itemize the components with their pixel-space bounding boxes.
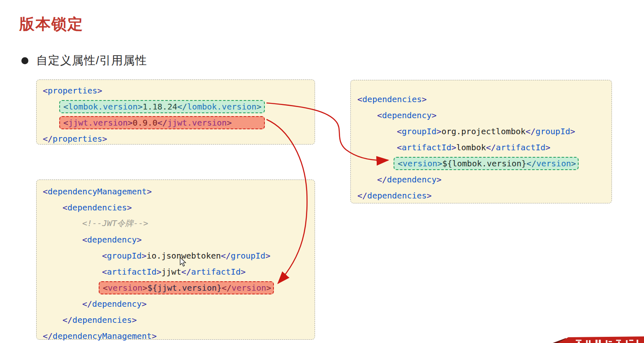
code-segment: > — [266, 283, 271, 293]
code-line: </dependencyManagement> — [43, 328, 315, 343]
code-segment: < — [43, 187, 48, 196]
code-segment: lombok.version — [68, 102, 138, 112]
code-segment: groupId — [231, 251, 265, 261]
code-segment: < — [63, 118, 68, 128]
code-segment: > — [132, 315, 137, 325]
code-segment: groupId — [535, 126, 570, 136]
code-segment: lombok — [456, 142, 486, 152]
code-segment: org.projectlombok — [441, 126, 526, 136]
code-segment: dependency — [87, 235, 137, 245]
bullet-text: 自定义属性/引用属性 — [36, 53, 147, 68]
code-segment: > — [156, 267, 161, 277]
code-segment: < — [43, 86, 48, 96]
code-line: <properties> — [43, 82, 315, 98]
dependency-management-block: <dependencyManagement><dependencies><!--… — [36, 180, 315, 340]
code-segment: < — [63, 102, 68, 112]
code-segment: dependency — [382, 110, 431, 120]
code-segment: </ — [82, 299, 92, 309]
code-line: <version>${jjwt.version}</version> — [43, 280, 315, 296]
code-line: <lombok.version>1.18.24</lombok.version> — [43, 98, 315, 114]
code-segment: </ — [526, 159, 536, 168]
code-segment: properties — [48, 86, 97, 96]
code-segment: </ — [181, 267, 191, 277]
slide-page: 版本锁定 自定义属性/引用属性 <properties><lombok.vers… — [0, 0, 644, 343]
code-segment: > — [152, 331, 157, 341]
code-segment: dependencyManagement — [53, 331, 152, 341]
code-segment: dependencies — [67, 203, 127, 212]
code-segment: > — [128, 118, 133, 128]
code-segment: artifactId — [107, 267, 156, 277]
code-line: <artifactId>lombok</artifactId> — [357, 139, 612, 155]
corner-ribbon — [547, 335, 644, 343]
properties-block: <properties><lombok.version>1.18.24</lom… — [36, 79, 315, 145]
code-line: <dependency> — [357, 107, 612, 123]
code-segment: <!--JWT令牌--> — [82, 218, 148, 229]
code-segment: jjwt.version — [167, 118, 227, 128]
bullet-item: 自定义属性/引用属性 — [21, 53, 147, 68]
code-segment: > — [141, 251, 146, 261]
green-highlight-box: <lombok.version>1.18.24</lombok.version> — [59, 100, 265, 113]
code-line: <dependencyManagement> — [43, 183, 315, 199]
code-line: <artifactId>jjwt</artifactId> — [43, 264, 315, 280]
code-segment: dependency — [387, 175, 436, 184]
code-segment: io.jsonwebtoken — [146, 251, 221, 261]
code-segment: > — [265, 251, 270, 261]
code-segment: > — [431, 110, 436, 120]
code-segment: < — [377, 110, 382, 120]
code-segment: < — [102, 267, 107, 277]
code-segment: jjwt.version — [68, 118, 128, 128]
code-segment: > — [422, 94, 427, 104]
code-line: <groupId>org.projectlombok</groupId> — [357, 123, 612, 139]
code-segment: dependencyManagement — [48, 187, 147, 196]
code-segment: > — [142, 299, 147, 309]
red-highlight-box: <jjwt.version>0.9.0</jjwt.version> — [59, 116, 265, 129]
code-segment: </ — [222, 283, 232, 293]
code-segment: </ — [377, 175, 387, 184]
code-segment: < — [397, 142, 402, 152]
code-segment: 0.9.0 — [133, 118, 158, 128]
code-line: <version>${lombok.version}</version> — [357, 155, 612, 171]
code-segment: < — [63, 203, 67, 212]
code-segment: > — [137, 235, 141, 245]
code-segment: > — [257, 102, 262, 112]
code-segment: version — [108, 283, 142, 293]
code-line: <dependency> — [43, 231, 315, 247]
code-segment: > — [545, 142, 550, 152]
code-segment: > — [570, 126, 575, 136]
code-segment: < — [357, 94, 362, 104]
code-segment: ${jjwt.version} — [147, 283, 222, 293]
code-segment: groupId — [402, 126, 436, 136]
code-segment: dependencies — [362, 94, 422, 104]
code-segment: </ — [63, 315, 72, 325]
code-segment: artifactId — [496, 142, 545, 152]
code-segment: properties — [53, 134, 102, 144]
code-segment: version — [232, 283, 266, 293]
code-segment: > — [241, 267, 246, 277]
code-segment: </ — [158, 118, 167, 128]
code-line: <dependencies> — [357, 91, 612, 107]
code-line: <jjwt.version>0.9.0</jjwt.version> — [43, 114, 315, 131]
code-segment: </ — [177, 102, 187, 112]
code-segment: </ — [43, 331, 53, 341]
code-line: </dependency> — [357, 171, 612, 187]
code-segment: dependency — [92, 299, 141, 309]
code-segment: dependencies — [72, 315, 132, 325]
page-title: 版本锁定 — [19, 14, 83, 35]
code-segment: < — [102, 251, 107, 261]
code-segment: < — [398, 159, 403, 168]
red-highlight-box: <version>${jjwt.version}</version> — [99, 281, 274, 294]
code-line: <!--JWT令牌--> — [43, 215, 315, 231]
code-segment: > — [147, 187, 152, 196]
code-segment: </ — [526, 126, 535, 136]
code-segment: > — [97, 86, 102, 96]
code-segment: > — [142, 283, 147, 293]
code-line: <groupId>io.jsonwebtoken</groupId> — [43, 247, 315, 264]
code-line: </dependencies> — [43, 312, 315, 328]
code-segment: > — [102, 134, 107, 144]
code-segment: > — [436, 126, 441, 136]
code-segment: < — [82, 235, 87, 245]
green-highlight-box: <version>${lombok.version}</version> — [394, 157, 579, 170]
code-segment: ${lombok.version} — [442, 159, 526, 168]
code-segment: </ — [486, 142, 496, 152]
bullet-icon — [21, 57, 28, 64]
